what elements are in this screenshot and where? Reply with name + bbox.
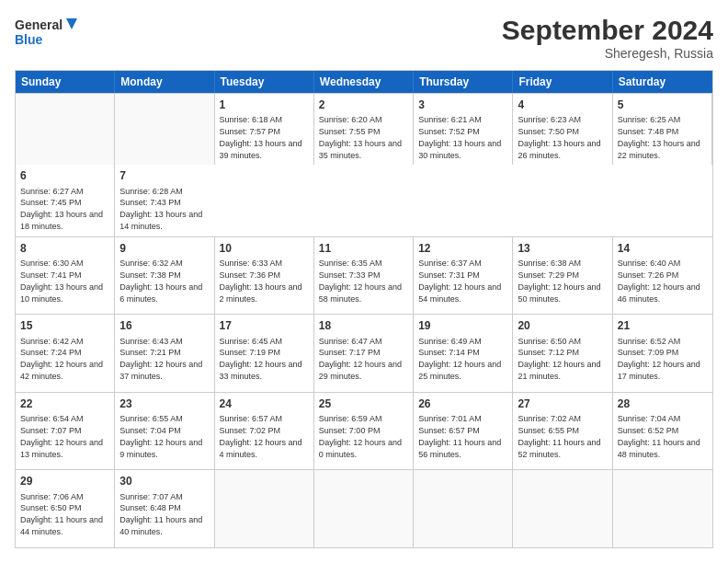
header: General Blue September 2024 Sheregesh, R… [15, 15, 713, 61]
cell-text: Sunrise: 6:57 AMSunset: 7:02 PMDaylight:… [220, 414, 302, 458]
cal-cell-1: 1 Sunrise: 6:18 AMSunset: 7:57 PMDayligh… [215, 94, 314, 165]
cell-text: Sunrise: 6:25 AMSunset: 7:48 PMDaylight:… [618, 115, 700, 159]
calendar-body: 1 Sunrise: 6:18 AMSunset: 7:57 PMDayligh… [16, 93, 712, 547]
day-number: 24 [220, 396, 309, 411]
day-number: 9 [119, 241, 209, 256]
header-saturday: Saturday [613, 71, 712, 93]
cal-cell-4: 4 Sunrise: 6:23 AMSunset: 7:50 PMDayligh… [513, 94, 612, 165]
header-thursday: Thursday [414, 71, 513, 93]
cell-text: Sunrise: 6:33 AMSunset: 7:36 PMDaylight:… [220, 259, 302, 303]
cal-cell-18: 18 Sunrise: 6:47 AMSunset: 7:17 PMDaylig… [314, 315, 414, 392]
cal-cell-7: 7 Sunrise: 6:28 AMSunset: 7:43 PMDayligh… [115, 165, 214, 236]
cal-cell-9: 9 Sunrise: 6:32 AMSunset: 7:38 PMDayligh… [115, 237, 214, 315]
cal-cell-28: 28 Sunrise: 7:04 AMSunset: 6:52 PMDaylig… [613, 393, 712, 470]
cal-cell-17: 17 Sunrise: 6:45 AMSunset: 7:19 PMDaylig… [215, 315, 314, 392]
day-number: 25 [319, 396, 408, 411]
day-number: 1 [220, 98, 309, 112]
day-number: 11 [319, 241, 408, 256]
cal-cell-16: 16 Sunrise: 6:43 AMSunset: 7:21 PMDaylig… [115, 315, 214, 392]
cal-cell-5: 5 Sunrise: 6:25 AMSunset: 7:48 PMDayligh… [613, 94, 712, 165]
cal-cell-12: 12 Sunrise: 6:37 AMSunset: 7:31 PMDaylig… [414, 237, 513, 315]
cell-text: Sunrise: 6:28 AMSunset: 7:43 PMDaylight:… [119, 187, 202, 231]
day-number: 22 [20, 396, 109, 411]
cal-cell-2: 2 Sunrise: 6:20 AMSunset: 7:55 PMDayligh… [314, 94, 414, 165]
cell-text: Sunrise: 6:27 AMSunset: 7:45 PMDaylight:… [20, 187, 103, 231]
day-number: 8 [20, 241, 109, 256]
cell-text: Sunrise: 7:07 AMSunset: 6:48 PMDaylight:… [119, 492, 202, 536]
cal-cell-22: 22 Sunrise: 6:54 AMSunset: 7:07 PMDaylig… [16, 393, 115, 470]
cell-text: Sunrise: 6:23 AMSunset: 7:50 PMDaylight:… [518, 115, 600, 159]
day-number: 21 [618, 318, 708, 333]
cell-text: Sunrise: 6:42 AMSunset: 7:24 PMDaylight:… [20, 337, 103, 381]
calendar-row-4: 22 Sunrise: 6:54 AMSunset: 7:07 PMDaylig… [16, 392, 712, 470]
day-number: 13 [518, 241, 607, 256]
cell-text: Sunrise: 7:04 AMSunset: 6:52 PMDaylight:… [618, 414, 700, 458]
cal-cell-15: 15 Sunrise: 6:42 AMSunset: 7:24 PMDaylig… [16, 315, 115, 392]
cell-text: Sunrise: 6:40 AMSunset: 7:26 PMDaylight:… [618, 259, 700, 303]
cal-cell-13: 13 Sunrise: 6:38 AMSunset: 7:29 PMDaylig… [513, 237, 612, 315]
cal-cell-empty-6 [613, 470, 712, 547]
day-number: 20 [518, 318, 607, 333]
calendar-row-5: 29 Sunrise: 7:06 AMSunset: 6:50 PMDaylig… [16, 469, 712, 547]
cell-text: Sunrise: 6:43 AMSunset: 7:21 PMDaylight:… [119, 337, 202, 381]
cell-text: Sunrise: 6:37 AMSunset: 7:31 PMDaylight:… [418, 259, 501, 303]
day-number: 4 [518, 98, 607, 112]
cell-text: Sunrise: 7:01 AMSunset: 6:57 PMDaylight:… [418, 414, 501, 458]
subtitle: Sheregesh, Russia [502, 46, 713, 61]
logo-svg: General Blue [15, 15, 79, 52]
cell-text: Sunrise: 6:32 AMSunset: 7:38 PMDaylight:… [119, 259, 202, 303]
cell-text: Sunrise: 6:45 AMSunset: 7:19 PMDaylight:… [220, 337, 302, 381]
cal-cell-empty-4 [414, 470, 513, 547]
cal-cell-empty-1 [115, 94, 214, 165]
day-number: 16 [119, 318, 209, 333]
cal-cell-10: 10 Sunrise: 6:33 AMSunset: 7:36 PMDaylig… [215, 237, 314, 315]
cell-text: Sunrise: 6:55 AMSunset: 7:04 PMDaylight:… [119, 414, 202, 458]
cell-text: Sunrise: 6:35 AMSunset: 7:33 PMDaylight:… [319, 259, 402, 303]
header-monday: Monday [115, 71, 214, 93]
day-number: 2 [319, 98, 408, 112]
day-number: 12 [418, 241, 507, 256]
cell-text: Sunrise: 6:18 AMSunset: 7:57 PMDaylight:… [220, 115, 302, 159]
cell-text: Sunrise: 6:38 AMSunset: 7:29 PMDaylight:… [518, 259, 600, 303]
cal-cell-6: 6 Sunrise: 6:27 AMSunset: 7:45 PMDayligh… [16, 165, 115, 236]
cal-cell-19: 19 Sunrise: 6:49 AMSunset: 7:14 PMDaylig… [414, 315, 513, 392]
day-number: 7 [119, 168, 210, 183]
cal-cell-14: 14 Sunrise: 6:40 AMSunset: 7:26 PMDaylig… [613, 237, 712, 315]
cell-text: Sunrise: 6:20 AMSunset: 7:55 PMDaylight:… [319, 115, 402, 159]
cal-cell-empty-0 [16, 94, 115, 165]
cal-cell-23: 23 Sunrise: 6:55 AMSunset: 7:04 PMDaylig… [115, 393, 214, 470]
cal-cell-29: 29 Sunrise: 7:06 AMSunset: 6:50 PMDaylig… [16, 470, 115, 547]
header-friday: Friday [513, 71, 612, 93]
cal-cell-11: 11 Sunrise: 6:35 AMSunset: 7:33 PMDaylig… [314, 237, 414, 315]
header-tuesday: Tuesday [215, 71, 314, 93]
page: General Blue September 2024 Sheregesh, R… [0, 0, 728, 563]
day-number: 28 [618, 396, 708, 411]
day-number: 6 [20, 168, 109, 183]
day-number: 29 [20, 474, 109, 488]
day-number: 5 [618, 98, 707, 112]
day-number: 26 [418, 396, 507, 411]
svg-text:Blue: Blue [15, 32, 43, 47]
day-number: 30 [119, 474, 209, 488]
day-number: 18 [319, 318, 408, 333]
calendar-header: Sunday Monday Tuesday Wednesday Thursday… [16, 71, 712, 93]
cell-text: Sunrise: 6:30 AMSunset: 7:41 PMDaylight:… [20, 259, 103, 303]
header-sunday: Sunday [16, 71, 115, 93]
day-number: 15 [20, 318, 109, 333]
cell-text: Sunrise: 6:50 AMSunset: 7:12 PMDaylight:… [518, 337, 600, 381]
cell-text: Sunrise: 6:54 AMSunset: 7:07 PMDaylight:… [20, 414, 103, 458]
day-number: 3 [418, 98, 507, 112]
day-number: 27 [518, 396, 607, 411]
cal-cell-3: 3 Sunrise: 6:21 AMSunset: 7:52 PMDayligh… [414, 94, 513, 165]
calendar-row-3: 15 Sunrise: 6:42 AMSunset: 7:24 PMDaylig… [16, 314, 712, 392]
month-title: September 2024 [502, 15, 713, 46]
cell-text: Sunrise: 7:06 AMSunset: 6:50 PMDaylight:… [20, 492, 103, 536]
calendar: Sunday Monday Tuesday Wednesday Thursday… [15, 70, 713, 548]
cal-cell-24: 24 Sunrise: 6:57 AMSunset: 7:02 PMDaylig… [215, 393, 314, 470]
cal-cell-27: 27 Sunrise: 7:02 AMSunset: 6:55 PMDaylig… [513, 393, 612, 470]
calendar-row-2: 8 Sunrise: 6:30 AMSunset: 7:41 PMDayligh… [16, 236, 712, 315]
cell-text: Sunrise: 6:49 AMSunset: 7:14 PMDaylight:… [418, 337, 501, 381]
calendar-row-1: 1 Sunrise: 6:18 AMSunset: 7:57 PMDayligh… [16, 93, 712, 236]
cal-cell-30: 30 Sunrise: 7:07 AMSunset: 6:48 PMDaylig… [115, 470, 214, 547]
cal-cell-empty-2 [215, 470, 314, 547]
